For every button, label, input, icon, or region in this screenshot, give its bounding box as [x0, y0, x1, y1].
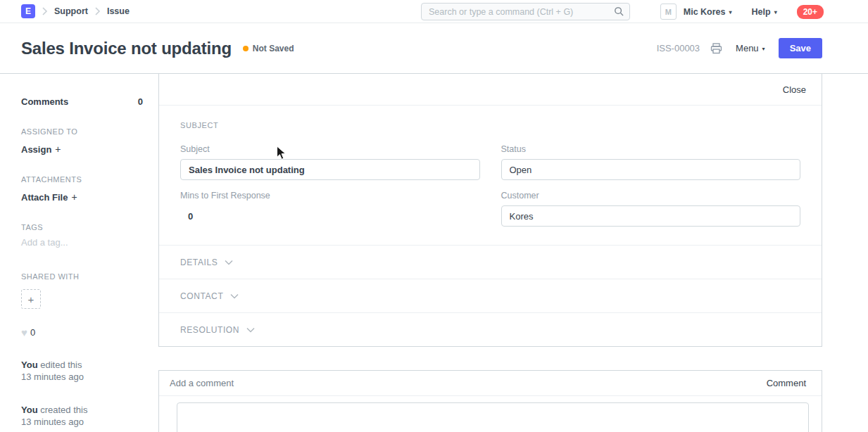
comments-count: 0: [138, 96, 143, 107]
chevron-down-icon: [230, 291, 239, 301]
status-input[interactable]: [501, 159, 801, 180]
section-contact-toggle[interactable]: CONTACT: [159, 279, 822, 312]
field-subject: Subject: [180, 144, 480, 180]
section-details-toggle[interactable]: DETAILS: [159, 245, 822, 279]
contact-section-heading: CONTACT: [180, 291, 223, 301]
customer-label: Customer: [501, 191, 801, 201]
notifications-badge[interactable]: 20+: [797, 5, 824, 19]
assigned-to-heading: ASSIGNED TO: [21, 127, 143, 136]
subject-label: Subject: [180, 144, 480, 154]
save-status-text: Not Saved: [253, 44, 294, 53]
add-tag-input[interactable]: Add a tag...: [21, 237, 143, 248]
history-when: 13 minutes ago: [21, 417, 84, 427]
subject-input[interactable]: [180, 159, 480, 180]
page-title: Sales Invoice not updating: [21, 39, 232, 58]
comment-input[interactable]: [177, 402, 809, 432]
breadcrumb-support[interactable]: Support: [54, 6, 88, 16]
help-label: Help: [752, 7, 771, 17]
like-count: 0: [30, 327, 35, 338]
plus-icon: +: [71, 191, 77, 203]
save-button[interactable]: Save: [779, 38, 822, 58]
assign-button[interactable]: Assign+: [21, 144, 143, 155]
add-share-button[interactable]: +: [21, 289, 41, 309]
tags-heading: TAGS: [21, 223, 143, 231]
navbar: E Support Issue M Mic Kores ▾ Help ▾ 20+: [0, 0, 868, 23]
global-search: [421, 3, 630, 20]
field-customer: Customer: [501, 191, 801, 227]
plus-icon: +: [28, 293, 34, 305]
status-label: Status: [501, 144, 801, 154]
form-card: Close SUBJECT Subject Status Mins to Fir…: [158, 74, 822, 347]
sidebar-item-comments[interactable]: Comments 0: [21, 96, 143, 107]
shared-with-heading: SHARED WITH: [21, 272, 143, 281]
field-mins-to-first-response: Mins to First Response 0: [180, 191, 480, 227]
form-column: Close SUBJECT Subject Status Mins to Fir…: [158, 74, 822, 432]
caret-down-icon: ▾: [762, 46, 765, 52]
add-comment-label[interactable]: Add a comment: [170, 378, 234, 388]
attach-file-label: Attach File: [21, 192, 68, 203]
document-id: ISS-00003: [657, 43, 700, 53]
orange-dot-icon: [243, 46, 249, 51]
section-resolution-toggle[interactable]: RESOLUTION: [159, 312, 822, 346]
menu-button[interactable]: Menu ▾: [736, 43, 765, 53]
resolution-section-heading: RESOLUTION: [180, 325, 239, 335]
mins-to-first-response-value: 0: [180, 205, 480, 222]
chevron-down-icon: [225, 257, 233, 267]
help-menu[interactable]: Help ▾: [752, 7, 777, 17]
user-avatar[interactable]: M: [660, 4, 677, 20]
comment-header: Add a comment Comment: [159, 371, 822, 396]
user-name: Mic Kores: [684, 7, 726, 17]
content: Comments 0 ASSIGNED TO Assign+ ATTACHMEN…: [0, 74, 868, 432]
user-menu[interactable]: Mic Kores ▾: [684, 7, 732, 17]
attachments-heading: ATTACHMENTS: [21, 175, 143, 184]
likes-row: ♥ 0: [21, 326, 143, 338]
caret-down-icon: ▾: [729, 9, 732, 15]
search-icon: [614, 6, 624, 19]
heart-icon[interactable]: ♥: [21, 326, 27, 338]
close-button[interactable]: Close: [783, 84, 806, 95]
breadcrumb-issue[interactable]: Issue: [107, 6, 130, 16]
subject-section-heading: SUBJECT: [180, 121, 800, 129]
field-grid: Subject Status Mins to First Response 0 …: [180, 144, 800, 227]
comments-label: Comments: [21, 96, 68, 107]
navbar-right: M Mic Kores ▾ Help ▾ 20+: [660, 0, 824, 23]
app-logo[interactable]: E: [21, 4, 35, 18]
history-action: edited this: [40, 360, 82, 370]
search-input[interactable]: [421, 3, 630, 20]
page-head: Sales Invoice not updating Not Saved ISS…: [0, 23, 868, 74]
form-sidebar: Comments 0 ASSIGNED TO Assign+ ATTACHMEN…: [0, 74, 158, 428]
save-status-indicator: Not Saved: [243, 44, 294, 53]
form-toolbar: Close: [159, 74, 822, 106]
customer-input[interactable]: [501, 205, 801, 227]
chevron-right-icon: [42, 7, 48, 15]
mins-to-first-response-label: Mins to First Response: [180, 191, 480, 201]
field-status: Status: [501, 144, 801, 180]
history-edited: You edited this 13 minutes ago: [21, 359, 143, 383]
comment-section: Add a comment Comment: [158, 370, 822, 432]
attach-file-button[interactable]: Attach File+: [21, 191, 143, 203]
history-when: 13 minutes ago: [21, 371, 84, 382]
history-created: You created this 13 minutes ago: [21, 404, 143, 428]
caret-down-icon: ▾: [774, 9, 777, 15]
section-subject: SUBJECT Subject Status Mins to First Res…: [159, 106, 822, 245]
comment-button[interactable]: Comment: [767, 378, 806, 388]
history-action: created this: [40, 405, 87, 415]
chevron-down-icon: [246, 324, 255, 335]
assign-label: Assign: [21, 144, 51, 155]
history-who: You: [21, 360, 38, 370]
menu-label: Menu: [736, 43, 759, 53]
details-section-heading: DETAILS: [180, 258, 218, 267]
history-who: You: [21, 405, 38, 415]
chevron-right-icon: [94, 7, 101, 15]
plus-icon: +: [55, 144, 61, 155]
page-head-actions: ISS-00003 Menu ▾ Save: [657, 38, 822, 58]
print-icon[interactable]: [710, 43, 722, 54]
